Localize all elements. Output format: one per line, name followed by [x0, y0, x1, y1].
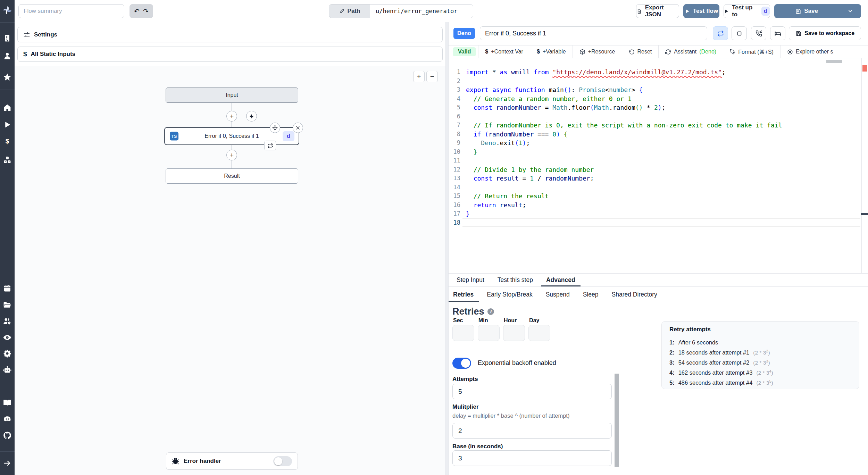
code-line[interactable]: // Generate a random number, either 0 or…: [466, 94, 860, 103]
code-line[interactable]: if (randomNumber === 0) {: [466, 130, 860, 139]
zoom-out-button[interactable]: −: [426, 71, 438, 82]
robot-workers-icon[interactable]: [3, 365, 12, 374]
zoom-in-button[interactable]: +: [413, 71, 425, 82]
move-step-button[interactable]: [270, 123, 280, 133]
step-name-input[interactable]: [480, 26, 707, 40]
save-to-workspace-button[interactable]: Save to workspace: [789, 26, 861, 40]
add-variable-button[interactable]: $ +Variable: [530, 45, 573, 58]
editor-scrollbar-thumb[interactable]: [826, 60, 842, 63]
info-icon[interactable]: i: [487, 308, 494, 315]
code-line[interactable]: [466, 77, 860, 86]
panel-splitter[interactable]: [445, 22, 449, 475]
step-retry-indicator[interactable]: [264, 141, 276, 150]
discord-icon[interactable]: [3, 415, 12, 424]
play-runs-icon[interactable]: [3, 121, 11, 129]
gear-settings-icon[interactable]: [3, 349, 12, 358]
subtab-early-stop-break[interactable]: Early Stop/Break: [482, 287, 537, 302]
flow-canvas[interactable]: + − Input + TS Error if 0, Success if 1 …: [15, 66, 445, 475]
flow-settings-button[interactable]: Settings: [17, 27, 443, 42]
windmill-logo-icon[interactable]: [2, 6, 12, 15]
calendar-schedules-icon[interactable]: [3, 284, 11, 292]
tab-step-input[interactable]: Step Input: [451, 274, 490, 286]
undo-icon[interactable]: ↶: [134, 8, 140, 15]
trigger-bolt-button[interactable]: [246, 111, 257, 122]
early-stop-shortcut-button[interactable]: [732, 26, 747, 40]
cubes-resources-icon[interactable]: [3, 156, 12, 165]
test-up-to-button[interactable]: Test up to d: [724, 4, 770, 18]
code-line[interactable]: [466, 218, 860, 227]
redo-icon[interactable]: ↷: [143, 8, 149, 15]
code-line[interactable]: // If randomNumber is 0, exit the script…: [466, 121, 860, 130]
add-step-button[interactable]: +: [226, 111, 237, 122]
multiplier-input[interactable]: [452, 423, 612, 439]
day-input[interactable]: [528, 325, 550, 341]
attempts-input[interactable]: [452, 384, 612, 399]
code-line[interactable]: // Return the result: [466, 192, 860, 201]
sec-input[interactable]: [452, 325, 474, 341]
code-line[interactable]: import * as wmill from "https://deno.lan…: [466, 68, 860, 77]
user-icon[interactable]: [3, 52, 12, 60]
error-handler-toggle[interactable]: [273, 456, 292, 466]
tab-advanced[interactable]: Advanced: [541, 274, 581, 286]
retries-shortcut-button[interactable]: [713, 26, 728, 40]
arrow-expand-icon[interactable]: [3, 459, 11, 467]
subtab-sleep[interactable]: Sleep: [578, 287, 604, 302]
save-button[interactable]: Save: [774, 4, 839, 18]
path-value[interactable]: u/henri/error_generator: [370, 5, 473, 18]
all-static-inputs-button[interactable]: $ All Static Inputs: [17, 47, 443, 62]
folder-icon[interactable]: [3, 301, 12, 309]
editor-code[interactable]: import * as wmill from "https://deno.lan…: [466, 68, 860, 227]
suspend-shortcut-button[interactable]: [751, 26, 766, 40]
code-editor[interactable]: 123456789101112131415161718 import * as …: [449, 58, 868, 273]
code-line[interactable]: [466, 156, 860, 165]
reset-button[interactable]: Reset: [622, 45, 659, 58]
test-flow-button[interactable]: Test flow: [683, 4, 719, 18]
code-line[interactable]: [466, 112, 860, 121]
flow-summary-input[interactable]: [18, 4, 124, 18]
subtab-suspend[interactable]: Suspend: [541, 287, 575, 302]
subtab-shared-directory[interactable]: Shared Directory: [607, 287, 662, 302]
path-field[interactable]: Path u/henri/error_generator: [329, 4, 473, 18]
code-line[interactable]: [466, 183, 860, 192]
base-input[interactable]: [452, 450, 612, 466]
hour-input[interactable]: [503, 325, 525, 341]
format-button[interactable]: Format (⌘+S): [723, 45, 780, 58]
code-line[interactable]: return result;: [466, 201, 860, 210]
home-icon[interactable]: [3, 103, 12, 112]
delete-step-button[interactable]: [293, 123, 303, 133]
sleep-shortcut-button[interactable]: [770, 26, 785, 40]
code-line[interactable]: }: [466, 148, 860, 157]
code-line[interactable]: const result = 1 / randomNumber;: [466, 174, 860, 183]
tab-test-this-step[interactable]: Test this step: [492, 274, 538, 286]
input-node[interactable]: Input: [166, 88, 298, 103]
star-favorites-icon[interactable]: [3, 73, 12, 82]
splitter-handle[interactable]: [861, 213, 868, 215]
error-handler-node[interactable]: Error handler: [166, 452, 298, 470]
dollar-variables-icon[interactable]: $: [6, 138, 9, 145]
eye-audit-icon[interactable]: [3, 333, 12, 342]
sidebar-divider: [0, 451, 15, 452]
subtab-retries[interactable]: Retries: [449, 287, 479, 302]
save-dropdown-button[interactable]: [839, 4, 861, 18]
min-input[interactable]: [478, 325, 500, 341]
workspace-building-icon[interactable]: [3, 34, 11, 42]
topbar: ↶ ↷ Path u/henri/error_generator Export …: [15, 0, 868, 22]
code-line[interactable]: // Divide 1 by the random number: [466, 165, 860, 174]
code-line[interactable]: const randomNumber = Math.floor(Math.ran…: [466, 103, 860, 112]
exponential-backoff-toggle[interactable]: [452, 358, 471, 369]
add-context-var-button[interactable]: $ +Context Var: [478, 45, 530, 58]
arrows-move-icon: [272, 125, 278, 131]
result-node[interactable]: Result: [166, 168, 298, 184]
pane-scrollbar[interactable]: [615, 374, 619, 467]
code-line[interactable]: export async function main(): Promise<nu…: [466, 85, 860, 94]
code-line[interactable]: Deno.exit(1);: [466, 139, 860, 148]
assistant-button[interactable]: Assistant (Deno): [658, 45, 723, 58]
book-docs-icon[interactable]: [3, 398, 12, 407]
export-json-button[interactable]: Export JSON: [636, 4, 679, 18]
add-step-button[interactable]: +: [226, 150, 237, 160]
add-resource-button[interactable]: +Resource: [573, 45, 622, 58]
users-groups-icon[interactable]: [3, 317, 12, 326]
code-line[interactable]: }: [466, 209, 860, 218]
github-icon[interactable]: [3, 431, 12, 440]
explore-scripts-button[interactable]: Explore other s: [780, 45, 840, 58]
